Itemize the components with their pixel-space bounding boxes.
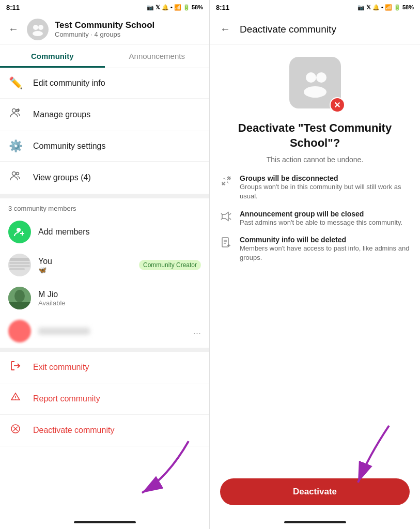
warning-info-desc: Members won't have access to past info, … xyxy=(240,244,410,262)
svg-rect-14 xyxy=(9,262,30,264)
svg-point-28 xyxy=(316,72,326,83)
member-mjio[interactable]: M Jio Available xyxy=(0,282,209,315)
warning-disconnected-title: Groups will be disconnected xyxy=(240,174,410,182)
exit-community-label: Exit community xyxy=(33,363,89,372)
warning-info-text: Community info will be deleted Members w… xyxy=(240,236,410,262)
community-icon-large: ✕ xyxy=(289,57,341,108)
manage-groups-icon xyxy=(8,107,23,122)
svg-point-8 xyxy=(17,173,19,175)
home-indicator-left xyxy=(0,518,209,529)
community-header: ← Test Community School Community · 4 gr… xyxy=(0,14,209,44)
svg-marker-34 xyxy=(222,212,228,221)
warning-announcement-title: Announcement group will be closed xyxy=(240,210,410,218)
member-you-sub: 🦋 xyxy=(38,266,132,274)
deactivate-button[interactable]: Deactivate xyxy=(220,478,410,505)
report-icon xyxy=(8,392,23,406)
tab-announcements[interactable]: Announcements xyxy=(105,44,210,68)
svg-point-27 xyxy=(306,72,316,83)
members-section-label: 3 community members xyxy=(0,198,209,215)
edit-icon: ✏️ xyxy=(8,76,23,90)
info-deleted-icon xyxy=(220,237,232,251)
divider-2 xyxy=(0,348,209,352)
member-blurred-name xyxy=(38,328,90,335)
back-button-left[interactable]: ← xyxy=(6,21,21,37)
community-info: Test Community School Community · 4 grou… xyxy=(55,20,203,38)
member-mjio-avatar xyxy=(8,287,31,309)
community-creator-badge: Community Creator xyxy=(139,260,201,270)
svg-point-29 xyxy=(304,86,326,98)
member-you[interactable]: You 🦋 Community Creator xyxy=(0,248,209,282)
view-groups-icon xyxy=(8,170,23,185)
status-bar-right: 8:11 📷 𝕏 🔔 • 📶 🔋 58% xyxy=(210,0,420,14)
right-panel: 8:11 📷 𝕏 🔔 • 📶 🔋 58% ← Deactivate commun… xyxy=(210,0,420,529)
status-icons-right: 📷 𝕏 🔔 • 📶 🔋 58% xyxy=(357,4,414,11)
warning-disconnected-desc: Groups won't be in this community but wi… xyxy=(240,182,410,201)
settings-icon: ⚙️ xyxy=(8,139,23,153)
disconnected-icon xyxy=(220,175,232,189)
svg-line-36 xyxy=(221,218,223,220)
left-panel: 8:11 📷 𝕏 🔔 • 📶 🔋 58% ← Test Community Sc… xyxy=(0,0,210,529)
svg-line-35 xyxy=(221,213,223,215)
svg-point-9 xyxy=(17,228,21,232)
deactivate-community-label: Deactivate community xyxy=(33,426,114,435)
announcement-icon xyxy=(220,211,232,225)
add-members-label: Add members xyxy=(38,227,90,237)
svg-point-3 xyxy=(12,109,16,113)
deactivate-community-item[interactable]: Deactivate community xyxy=(0,415,209,446)
member-blurred[interactable]: ... xyxy=(0,315,209,348)
community-avatar-small xyxy=(27,19,49,40)
deactivate-content: ✕ Deactivate "Test Community School"? Th… xyxy=(210,44,420,518)
manage-groups-label: Manage groups xyxy=(33,110,90,119)
svg-point-1 xyxy=(38,25,43,30)
community-name: Test Community School xyxy=(55,20,203,30)
warning-disconnected: Groups will be disconnected Groups won't… xyxy=(220,174,410,201)
report-community-item[interactable]: Report community xyxy=(0,383,209,415)
svg-point-22 xyxy=(15,399,16,400)
warning-announcement: Announcement group will be closed Past a… xyxy=(220,210,410,227)
community-settings-item[interactable]: ⚙️ Community settings xyxy=(0,131,209,162)
svg-point-0 xyxy=(33,25,38,30)
warning-disconnected-text: Groups will be disconnected Groups won't… xyxy=(240,174,410,201)
add-members-item[interactable]: Add members xyxy=(0,215,209,248)
back-button-right[interactable]: ← xyxy=(218,21,232,37)
community-settings-label: Community settings xyxy=(33,142,106,151)
manage-groups-item[interactable]: Manage groups xyxy=(0,99,209,131)
svg-rect-15 xyxy=(9,265,30,267)
member-mjio-sub: Available xyxy=(38,299,201,307)
warning-list: Groups will be disconnected Groups won't… xyxy=(220,174,410,262)
exit-icon xyxy=(8,360,23,375)
svg-line-32 xyxy=(224,178,225,180)
member-blurred-more: ... xyxy=(193,326,201,337)
red-x-icon: ✕ xyxy=(330,97,345,113)
view-groups-label: View groups (4) xyxy=(33,173,91,182)
svg-rect-19 xyxy=(8,302,31,309)
warning-announcement-desc: Past admins won't be able to message thi… xyxy=(240,218,410,227)
member-you-avatar xyxy=(8,254,31,276)
report-community-label: Report community xyxy=(33,394,100,403)
member-blurred-info xyxy=(38,328,186,335)
exit-community-item[interactable]: Exit community xyxy=(0,352,209,383)
deactivate-header-title: Deactivate community xyxy=(240,24,336,35)
deactivate-icon xyxy=(8,423,23,438)
svg-rect-16 xyxy=(9,268,25,270)
warning-info-deleted: Community info will be deleted Members w… xyxy=(220,236,410,262)
deactivate-header: ← Deactivate community xyxy=(210,14,420,44)
divider-1 xyxy=(0,194,209,198)
tab-community[interactable]: Community xyxy=(0,44,105,68)
svg-rect-13 xyxy=(9,258,30,261)
member-mjio-info: M Jio Available xyxy=(38,290,201,307)
community-subtitle: Community · 4 groups xyxy=(55,30,203,38)
svg-line-33 xyxy=(227,182,229,183)
warning-info-title: Community info will be deleted xyxy=(240,236,410,244)
edit-info-item[interactable]: ✏️ Edit community info xyxy=(0,68,209,99)
time-right: 8:11 xyxy=(216,4,229,11)
deactivate-title: Deactivate "Test Community School"? xyxy=(220,121,410,150)
member-you-info: You 🦋 xyxy=(38,257,132,274)
edit-info-label: Edit community info xyxy=(33,79,105,88)
member-mjio-name: M Jio xyxy=(38,290,201,299)
status-bar-left: 8:11 📷 𝕏 🔔 • 📶 🔋 58% xyxy=(0,0,209,14)
svg-point-7 xyxy=(12,172,16,176)
add-members-avatar xyxy=(8,221,31,243)
time-left: 8:11 xyxy=(6,4,20,11)
view-groups-item[interactable]: View groups (4) xyxy=(0,162,209,194)
